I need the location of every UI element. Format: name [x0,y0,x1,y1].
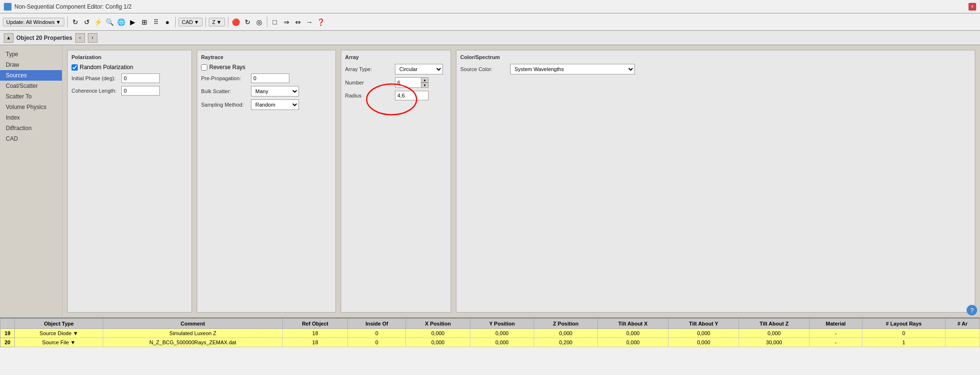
initial-phase-row: Initial Phase (deg): [72,73,188,83]
reverse-rays-checkbox[interactable] [201,64,207,71]
row-20-tilt-z: 30,000 [739,338,809,347]
close-button[interactable]: × [968,3,976,11]
row-19-tilt-y: 0,000 [669,329,739,338]
row-20-inside-of: 0 [348,338,406,347]
number-spinner-buttons: ▲ ▼ [421,77,429,88]
lightning-icon[interactable]: ⚡ [94,17,103,27]
col-x-pos: X Position [406,319,470,329]
globe-icon[interactable]: 🌐 [117,17,126,27]
row-19-object-type[interactable]: Source Diode ▼ [15,329,103,338]
sidebar-item-draw[interactable]: Draw [0,60,62,70]
number-up-button[interactable]: ▲ [421,77,429,83]
grid-icon[interactable]: ⊞ [140,17,149,27]
pre-propagation-input[interactable] [251,73,289,83]
arrow-double-icon[interactable]: ⇔ [293,17,303,27]
number-down-button[interactable]: ▼ [421,83,429,88]
col-layout-rays: # Layout Rays [862,319,945,329]
col-ar: # Ar [945,319,980,329]
update-label: Update: All Windows [6,19,55,25]
reverse-rays-row: Reverse Rays [201,64,332,71]
sampling-method-row: Sampling Method: Random Sobol [201,99,332,110]
toolbar-separator-3 [205,17,206,27]
properties-content: Polarization Random Polarization Initial… [62,45,980,317]
row-19-y-pos: 0,000 [470,329,534,338]
refresh2-icon[interactable]: ↺ [82,17,92,27]
table-row: 19 Source Diode ▼ Simulated Luxeon Z 18 … [0,329,980,338]
row-19-tilt-z: 0,000 [739,329,809,338]
object-header-label: Object 20 Properties [16,35,72,41]
toggle-icon[interactable]: ◎ [254,17,264,27]
row-20-comment: N_Z_BCG_500000Rays_ZEMAX.dat [103,338,283,347]
collapse-button[interactable]: ▲ [4,33,13,43]
rotate-icon[interactable]: ↻ [243,17,252,27]
col-y-pos: Y Position [470,319,534,329]
table-row: 20 Source File ▼ N_Z_BCG_500000Rays_ZEMA… [0,338,980,347]
source-color-select[interactable]: System Wavelengths Blackbody D65 Equal E… [510,64,635,74]
coherence-length-row: Coherence Length: [72,86,188,96]
color-spectrum-panel: Color/Spectrum Source Color: System Wave… [456,50,975,313]
dots-icon[interactable]: ⠿ [151,17,161,27]
polarization-title: Polarization [72,54,188,60]
toolbar-separator-4 [228,17,228,27]
help-toolbar-icon[interactable]: ❓ [316,17,326,27]
raytrace-panel: Raytrace Reverse Rays Pre-Propagation: B… [197,50,336,313]
circle-icon[interactable]: ● [163,17,172,27]
col-comment: Comment [103,319,283,329]
row-20-layout-rays: 1 [862,338,945,347]
reverse-rays-label: Reverse Rays [209,64,245,71]
pre-propagation-label: Pre-Propagation: [201,75,249,81]
next-object-button[interactable]: › [88,33,97,43]
sidebar-item-coat-scatter[interactable]: Coat/Scatter [0,81,62,91]
row-19-ar [945,329,980,338]
sampling-method-select[interactable]: Random Sobol [251,99,299,110]
row-num-19: 19 [0,329,15,338]
square-icon[interactable]: □ [270,17,280,27]
bulk-scatter-select[interactable]: Many None Once [251,86,299,97]
row-20-tilt-x: 0,000 [598,338,669,347]
refresh-icon[interactable]: ↻ [71,17,80,27]
arrow-right-icon[interactable]: ⇒ [282,17,291,27]
array-type-select[interactable]: Circular None Rectangular Hexapolar [395,64,443,74]
coherence-length-label: Coherence Length: [72,88,120,94]
number-row: Number ▲ ▼ [345,77,447,88]
cad-label: CAD [182,19,193,25]
triangle-icon[interactable]: ▶ [128,17,138,27]
row-20-z-pos: 0,200 [534,338,598,347]
sidebar: Type Draw Sources Coat/Scatter Scatter T… [0,45,62,317]
sidebar-item-index[interactable]: Index [0,112,62,123]
initial-phase-input[interactable] [121,73,160,83]
prev-object-button[interactable]: ‹ [75,33,85,43]
random-polarization-label: Random Polarization [80,64,133,71]
random-polarization-checkbox[interactable] [72,64,78,71]
coherence-length-input[interactable] [121,86,160,96]
sidebar-item-type[interactable]: Type [0,49,62,60]
array-type-row: Array Type: Circular None Rectangular He… [345,64,447,74]
row-19-tilt-x: 0,000 [598,329,669,338]
app-icon [4,3,12,11]
sidebar-item-diffraction[interactable]: Diffraction [0,123,62,133]
cad-button[interactable]: CAD ▼ [179,18,203,26]
sampling-method-label: Sampling Method: [201,102,249,108]
z-label: Z [212,19,215,25]
sidebar-item-volume-physics[interactable]: Volume Physics [0,102,62,112]
radius-input[interactable] [395,91,429,100]
help-button[interactable]: ? [967,305,977,315]
table-header-row: Object Type Comment Ref Object Inside Of… [0,319,980,329]
update-all-windows-button[interactable]: Update: All Windows ▼ [3,18,64,26]
sidebar-item-cad[interactable]: CAD [0,133,62,144]
random-polarization-row: Random Polarization [72,64,188,71]
row-20-object-type[interactable]: Source File ▼ [15,338,103,347]
row-20-y-pos: 0,000 [470,338,534,347]
col-tilt-z: Tilt About Z [739,319,809,329]
toolbar: Update: All Windows ▼ ↻ ↺ ⚡ 🔍 🌐 ▶ ⊞ ⠿ ● … [0,13,980,31]
arrow-next-icon[interactable]: → [305,17,314,27]
z-button[interactable]: Z ▼ [209,18,225,26]
col-num [0,319,15,329]
col-tilt-y: Tilt About Y [669,319,739,329]
bottom-table-wrap: Object Type Comment Ref Object Inside Of… [0,317,980,375]
row-19-x-pos: 0,000 [406,329,470,338]
sidebar-item-sources[interactable]: Sources [0,70,62,81]
search-icon[interactable]: 🔍 [105,17,115,27]
sidebar-item-scatter-to[interactable]: Scatter To [0,91,62,102]
red-circle-icon[interactable]: 🔴 [231,17,241,27]
